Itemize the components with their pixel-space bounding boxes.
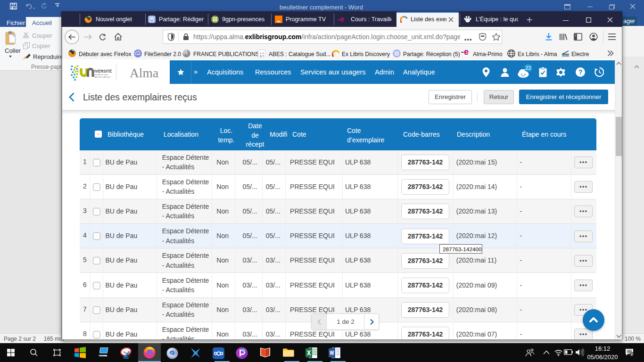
svg-text:PAYS DE L’ADOUR: PAYS DE L’ADOUR: [94, 76, 110, 78]
svg-text:IVERSITÉ: IVERSITÉ: [94, 69, 112, 74]
svg-text:?: ?: [578, 68, 583, 76]
svg-text:2: 2: [631, 352, 633, 356]
svg-text:DE PAU ET DES: DE PAU ET DES: [94, 74, 108, 76]
